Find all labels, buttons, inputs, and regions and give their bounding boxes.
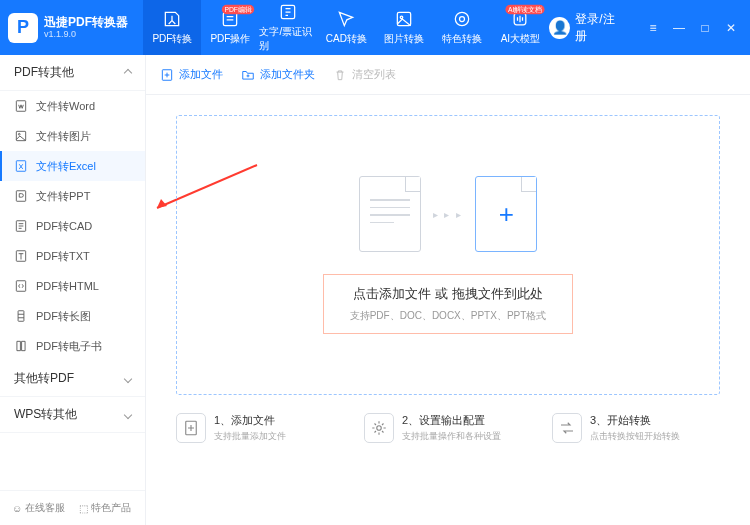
step-add-icon <box>176 413 206 443</box>
top-tabs: PDF转换 PDF编辑 PDF操作 文字/票证识别 CAD转换 图片转换 特色转… <box>143 0 549 55</box>
online-support[interactable]: ☺ 在线客服 <box>12 501 65 515</box>
sidebar-item-ppt[interactable]: 文件转PPT <box>0 181 145 211</box>
tab-pdf-convert[interactable]: PDF转换 <box>143 0 201 55</box>
group-pdf-to-other[interactable]: PDF转其他 <box>0 55 145 91</box>
dropzone-illustration: ▸ ▸ ▸ + <box>359 176 538 252</box>
login-button[interactable]: 👤 登录/注册 <box>549 11 624 45</box>
svg-point-3 <box>401 16 404 18</box>
maximize-button[interactable]: □ <box>694 17 716 39</box>
svg-rect-11 <box>16 191 25 202</box>
badge-ai: AI解读文档 <box>505 5 544 14</box>
step-1: 1、添加文件支持批量添加文件 <box>176 413 344 443</box>
featured-products[interactable]: ⬚ 特色产品 <box>79 501 131 515</box>
toolbar: 添加文件 添加文件夹 清空列表 <box>146 55 750 95</box>
badge-pdf-edit: PDF编辑 <box>222 5 254 14</box>
plus-icon: + <box>499 199 514 230</box>
close-button[interactable]: ✕ <box>720 17 742 39</box>
add-folder-button[interactable]: 添加文件夹 <box>241 67 315 82</box>
svg-rect-0 <box>224 12 237 25</box>
sidebar-item-excel[interactable]: 文件转Excel <box>0 151 145 181</box>
sidebar-item-image[interactable]: 文件转图片 <box>0 121 145 151</box>
menu-button[interactable]: ≡ <box>642 17 664 39</box>
chevron-down-icon <box>124 374 132 382</box>
group-other-to-pdf[interactable]: 其他转PDF <box>0 361 145 397</box>
app-logo: P 迅捷PDF转换器 v1.1.9.0 <box>8 13 143 43</box>
file-target-icon: + <box>475 176 537 252</box>
sidebar-item-ebook[interactable]: PDF转电子书 <box>0 331 145 361</box>
svg-point-9 <box>18 133 20 135</box>
step-2: 2、设置输出配置支持批量操作和各种设置 <box>364 413 532 443</box>
tab-image[interactable]: 图片转换 <box>375 0 433 55</box>
file-source-icon <box>359 176 421 252</box>
group-wps-to-other[interactable]: WPS转其他 <box>0 397 145 433</box>
app-header: P 迅捷PDF转换器 v1.1.9.0 PDF转换 PDF编辑 PDF操作 文字… <box>0 0 750 55</box>
minimize-button[interactable]: — <box>668 17 690 39</box>
sidebar-item-cad[interactable]: PDF转CAD <box>0 211 145 241</box>
sidebar-item-txt[interactable]: PDF转TXT <box>0 241 145 271</box>
svg-point-5 <box>460 17 465 22</box>
svg-point-4 <box>456 12 469 25</box>
step-convert-icon <box>552 413 582 443</box>
tab-special[interactable]: 特色转换 <box>433 0 491 55</box>
sidebar-item-html[interactable]: PDF转HTML <box>0 271 145 301</box>
dropzone[interactable]: ▸ ▸ ▸ + 点击添加文件 或 拖拽文件到此处 支持PDF、DOC、DOCX、… <box>176 115 720 395</box>
sidebar-item-word[interactable]: 文件转Word <box>0 91 145 121</box>
app-version: v1.1.9.0 <box>44 29 128 40</box>
svg-rect-14 <box>16 281 25 292</box>
dropzone-text: 点击添加文件 或 拖拽文件到此处 支持PDF、DOC、DOCX、PPTX、PPT… <box>323 274 574 334</box>
app-name: 迅捷PDF转换器 <box>44 15 128 29</box>
add-file-button[interactable]: 添加文件 <box>160 67 223 82</box>
step-3: 3、开始转换点击转换按钮开始转换 <box>552 413 720 443</box>
chevron-up-icon <box>124 68 132 76</box>
steps-bar: 1、添加文件支持批量添加文件 2、设置输出配置支持批量操作和各种设置 3、开始转… <box>146 395 750 461</box>
arrow-dots-icon: ▸ ▸ ▸ <box>433 209 464 220</box>
avatar-icon: 👤 <box>549 17 570 39</box>
logo-icon: P <box>8 13 38 43</box>
svg-rect-15 <box>18 311 24 322</box>
sidebar-item-longimg[interactable]: PDF转长图 <box>0 301 145 331</box>
sidebar: PDF转其他 文件转Word 文件转图片 文件转Excel 文件转PPT PDF… <box>0 55 146 525</box>
svg-point-18 <box>377 426 382 431</box>
chevron-down-icon <box>124 410 132 418</box>
tab-ocr[interactable]: 文字/票证识别 <box>259 0 317 55</box>
clear-list-button[interactable]: 清空列表 <box>333 67 396 82</box>
step-settings-icon <box>364 413 394 443</box>
tab-cad[interactable]: CAD转换 <box>317 0 375 55</box>
main-panel: 添加文件 添加文件夹 清空列表 ▸ ▸ ▸ + 点击 <box>146 55 750 525</box>
tab-pdf-operate[interactable]: PDF编辑 PDF操作 <box>201 0 259 55</box>
tab-ai[interactable]: AI解读文档 AI大模型 <box>491 0 549 55</box>
